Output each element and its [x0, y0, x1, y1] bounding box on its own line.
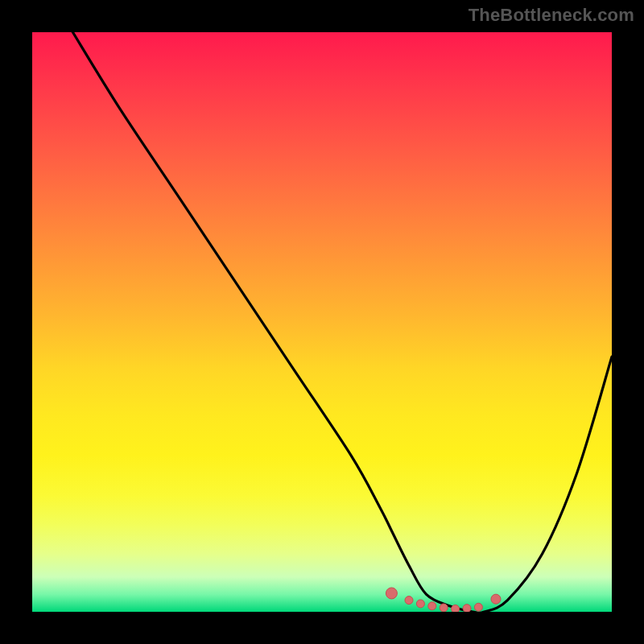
- curve-marker: [463, 605, 471, 612]
- chart-frame: TheBottleneck.com: [0, 0, 644, 644]
- curve-marker: [405, 597, 413, 605]
- curve-marker: [428, 602, 436, 610]
- curve-marker: [491, 594, 501, 604]
- watermark-text: TheBottleneck.com: [469, 5, 634, 26]
- curve-marker: [474, 603, 482, 611]
- markers-group: [386, 588, 501, 612]
- curve-marker: [386, 588, 397, 599]
- bottleneck-curve-path: [72, 32, 612, 612]
- chart-svg: [32, 32, 612, 612]
- curve-marker: [416, 600, 424, 608]
- plot-area: [32, 32, 612, 612]
- curve-marker: [440, 604, 448, 612]
- curve-marker: [452, 605, 460, 612]
